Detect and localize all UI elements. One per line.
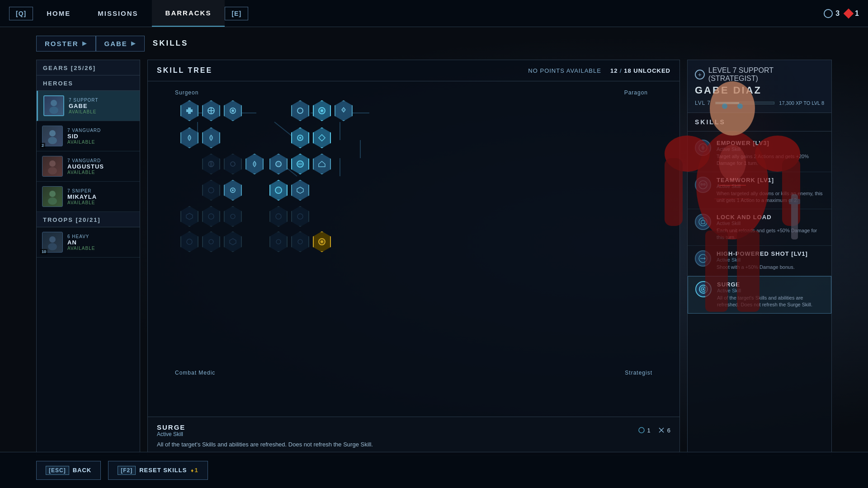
node-r6-4[interactable]: 3: [269, 230, 288, 253]
nav-barracks[interactable]: BARRACKS: [152, 0, 225, 27]
node-s1[interactable]: [179, 99, 199, 122]
node-r4-2[interactable]: [223, 179, 243, 202]
xp-bar-row: LVL 7 17,300 XP TO LVL 8: [695, 100, 824, 106]
svg-point-42: [275, 187, 282, 193]
f2-key-label: [F2]: [118, 466, 136, 475]
skill-tree-panel: SKILL TREE NO POINTS AVAILABLE 12 / 18 U…: [147, 60, 680, 455]
node-r4-3[interactable]: [269, 179, 288, 202]
node-r5-5[interactable]: [290, 205, 310, 228]
node-r3-6[interactable]: [312, 153, 332, 175]
node-r2-3[interactable]: 3: [290, 127, 310, 149]
node-r3-4[interactable]: [269, 153, 288, 175]
hero-info-sid: 7 VANGUARD SID AVAILABLE: [67, 128, 101, 145]
nav-missions[interactable]: MISSIONS: [84, 0, 151, 27]
lockload-name: LOCK AND LOAD: [717, 214, 824, 221]
char-name: GABE DIAZ: [695, 84, 824, 96]
hero-item-gabe[interactable]: 7 SUPPORT GABE AVAILABLE: [37, 91, 140, 121]
surgeon-label: Surgeon: [175, 89, 198, 96]
node-r5-2[interactable]: 2: [201, 205, 221, 228]
e-key-button[interactable]: [E]: [225, 7, 248, 20]
skill-item-hpshot[interactable]: HIGH-POWERED SHOT [LV1] Active Skill Sho…: [688, 246, 831, 276]
skill-item-teamwork[interactable]: TEAMWORK [LV1] Active Skill When targete…: [688, 172, 831, 209]
empower-name: EMPOWER [LV3]: [717, 140, 824, 146]
skill-item-lockload[interactable]: LOCK AND LOAD Active Skill Each unit rel…: [688, 209, 831, 246]
node-p1[interactable]: 2: [290, 99, 310, 122]
surge-icon: [695, 281, 712, 297]
node-p2[interactable]: [312, 99, 332, 122]
node-r4-4[interactable]: [290, 179, 310, 202]
mikayla-type: 7 SNIPER: [67, 188, 97, 193]
avatar-mikayla: [42, 186, 63, 207]
node-r2-1[interactable]: 3: [179, 127, 199, 149]
points-info: NO POINTS AVAILABLE 12 / 18 UNLOCKED: [528, 67, 670, 74]
cost-x-value: 6: [667, 427, 670, 434]
nav-home[interactable]: HOME: [33, 0, 84, 27]
svg-rect-35: [210, 161, 212, 167]
node-r2-4[interactable]: [312, 127, 332, 149]
reset-skills-button[interactable]: [F2] RESET SKILLS ⬧1: [108, 461, 208, 480]
hero-item-sid[interactable]: 7 VANGUARD SID AVAILABLE 2: [37, 121, 140, 151]
diamond-icon: [844, 8, 854, 19]
svg-marker-68: [704, 257, 706, 260]
node-r3-3[interactable]: [201, 153, 221, 175]
selected-skill-description: All of the target's Skills and abilities…: [157, 440, 670, 449]
svg-point-1: [49, 107, 58, 114]
back-label: BACK: [73, 467, 92, 474]
node-r5-1[interactable]: [179, 205, 199, 228]
skill-item-empower[interactable]: EMPOWER [LV3] Active Skill Target ally g…: [688, 135, 831, 172]
node-r6-2[interactable]: [201, 230, 221, 253]
hpshot-info: HIGH-POWERED SHOT [LV1] Active Skill Sho…: [717, 250, 824, 271]
combat-medic-label: Combat Medic: [175, 370, 215, 376]
node-r4-1[interactable]: [201, 179, 221, 202]
main-layout: GEARS [25/26] HEROES 7 SUPPORT GABE AVAI…: [0, 60, 868, 455]
hero-info-augustus: 7 VANGUARD AUGUSTUS AVAILABLE: [67, 158, 104, 175]
svg-rect-21: [186, 109, 193, 112]
hero-item-mikayla[interactable]: 7 SNIPER MIKAYLA AVAILABLE: [37, 182, 140, 212]
q-key-button[interactable]: [Q]: [9, 7, 33, 20]
selected-skill-type: Active Skill: [157, 431, 185, 437]
diamond-count: 1: [855, 9, 859, 18]
back-button[interactable]: [ESC] BACK: [36, 461, 101, 480]
node-r5-3[interactable]: [223, 205, 243, 228]
troop-item-an[interactable]: 6 HEAVY AN AVAILABLE 10: [37, 227, 140, 258]
node-r3-5[interactable]: [290, 153, 310, 175]
node-r2-2[interactable]: 2: [201, 127, 221, 149]
svg-point-50: [209, 239, 213, 244]
node-r5-4[interactable]: [269, 205, 288, 228]
node-r6-3[interactable]: [223, 230, 243, 253]
svg-point-5: [48, 167, 57, 174]
svg-point-46: [231, 214, 235, 219]
svg-point-63: [699, 218, 707, 226]
hero-info-gabe: 7 SUPPORT GABE AVAILABLE: [69, 98, 99, 114]
breadcrumb-roster[interactable]: ROSTER ▶: [36, 36, 96, 52]
cost-circle-item: 1: [638, 427, 651, 434]
troop-info-an: 6 HEAVY AN AVAILABLE: [67, 234, 95, 251]
lockload-info: LOCK AND LOAD Active Skill Each unit rel…: [717, 214, 824, 241]
left-panel: GEARS [25/26] HEROES 7 SUPPORT GABE AVAI…: [36, 60, 140, 455]
svg-rect-64: [701, 221, 705, 224]
sid-status: AVAILABLE: [67, 140, 101, 145]
node-s3[interactable]: 3: [223, 99, 243, 122]
svg-point-62: [703, 183, 706, 186]
node-r6-1[interactable]: [179, 230, 199, 253]
breadcrumb-gabe[interactable]: GABE ▶: [96, 36, 145, 52]
teamwork-name: TEAMWORK [LV1]: [717, 177, 824, 183]
skill-item-surge[interactable]: SURGE Active Skill All of the target's S…: [688, 276, 831, 314]
svg-point-7: [48, 197, 57, 205]
surge-info: SURGE Active Skill All of the target's S…: [717, 281, 824, 309]
svg-point-49: [187, 239, 192, 244]
svg-point-60: [699, 181, 707, 189]
node-r6-5[interactable]: 2: [290, 230, 310, 253]
node-r3-1[interactable]: 1: [223, 153, 243, 175]
node-s2[interactable]: 2: [201, 99, 221, 122]
svg-point-45: [208, 214, 214, 219]
no-points-label: NO POINTS AVAILABLE: [528, 67, 601, 74]
node-r3-2[interactable]: [245, 153, 264, 175]
breadcrumb: ROSTER ▶ GABE ▶ SKILLS: [0, 27, 868, 60]
node-p3[interactable]: [334, 99, 354, 122]
heroes-header: HEROES: [37, 75, 140, 91]
node-strategist[interactable]: [312, 230, 332, 253]
svg-marker-44: [186, 213, 193, 220]
hero-item-augustus[interactable]: 7 VANGUARD AUGUSTUS AVAILABLE: [37, 151, 140, 182]
skill-tree-canvas: Surgeon Paragon Combat Medic Strategist: [148, 81, 679, 417]
